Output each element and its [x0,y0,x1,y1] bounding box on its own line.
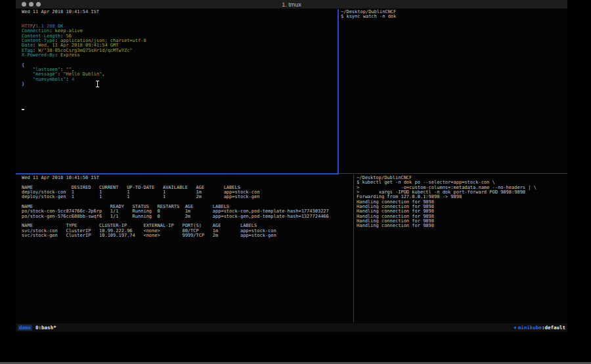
pane-port-forward[interactable]: ~/Desktop/DublinCNCF$ kubectl get -n dok… [355,174,567,324]
terminal-line [22,20,341,24]
terminal-line: $ ksync watch -n dok [341,14,567,19]
pane-http-output[interactable]: Wed 11 Apr 2018 10:41:54 ISTHTTP/1.1 200… [16,9,341,174]
terminal-line [22,58,341,62]
pane-kubectl-get[interactable]: Wed 11 Apr 2018 10:41:56 ISTNAME DESIRED… [16,174,357,324]
terminal-line [22,14,341,19]
terminal-line: Handling connection for 9898 [357,224,567,228]
terminal-line: deploy/stock-gen 1 1 1 1 2m app=stock-ge… [22,195,357,199]
pane-divider-horizontal[interactable] [339,173,567,174]
text-select-cursor-icon [96,81,99,87]
pane-divider-vertical-bottom[interactable] [353,174,354,323]
terminal-line: } [22,82,341,87]
terminal-line: po/stock-gen-576cc688bb-swqf6 1/1 Runnin… [22,214,357,219]
terminal-line: Wed 11 Apr 2018 10:41:56 IST [22,176,357,180]
terminal-line: Wed 11 Apr 2018 10:41:54 IST [22,10,341,14]
pane-ksync[interactable]: ~/Desktop/DublinCNCF$ ksync watch -n dok [339,9,567,174]
kube-context: minikube [518,325,542,331]
window-titlebar: 1. tmux [16,0,567,9]
terminal-line: svc/stock-gen ClusterIP 10.109.197.74 <n… [22,233,357,238]
terminal-line: "numsymbols": 4 [22,77,341,82]
kube-namespace: :default [542,325,565,331]
kubernetes-helm-icon: ⎈ [514,325,517,331]
terminal-window: 1. tmux Wed 11 Apr 2018 10:41:54 ISTHTTP… [16,0,567,333]
tmux-status-bar: demo 0:bash* ⎈ minikube :default [16,323,567,332]
window-title: 1. tmux [16,1,567,8]
session-name: demo [18,325,32,331]
terminal-cursor [22,109,24,110]
terminal-line: X-Powered-By: Express [22,53,341,58]
window-tab-bash[interactable]: 0:bash* [35,325,56,331]
